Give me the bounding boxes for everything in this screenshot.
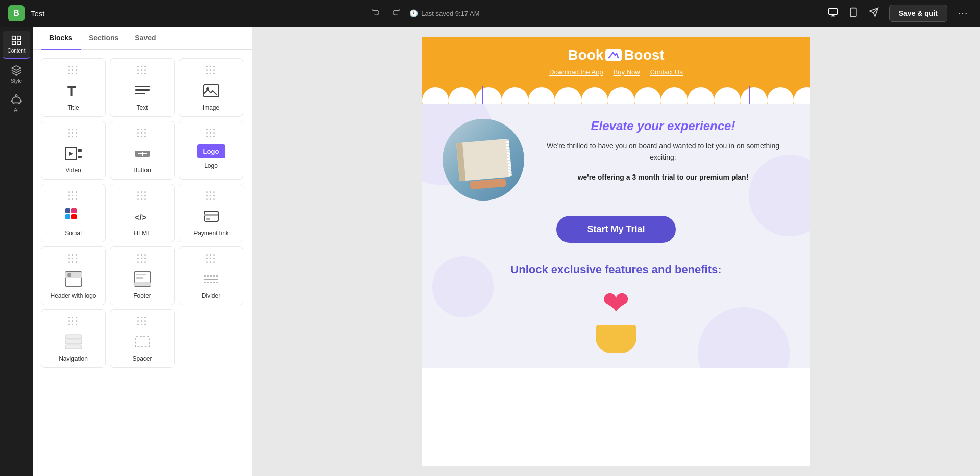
spacer-block-icon xyxy=(133,333,152,351)
header-block-icon xyxy=(64,270,83,288)
icon-sidebar: Content Style AI xyxy=(0,27,33,476)
clock-icon: 🕐 xyxy=(409,9,418,17)
benefits-image: ❤ xyxy=(443,287,790,353)
svg-rect-7 xyxy=(12,36,15,39)
blocks-panel: Blocks Sections Saved T Title xyxy=(33,27,252,476)
block-title[interactable]: T Title xyxy=(41,58,106,117)
sidebar-item-style[interactable]: Style xyxy=(3,61,30,88)
mobile-view-button[interactable] xyxy=(844,4,863,23)
drag-handle xyxy=(206,191,216,201)
block-header-logo-label: Header with logo xyxy=(50,292,96,299)
block-button-label: Button xyxy=(133,167,151,174)
block-button[interactable]: Button xyxy=(110,121,175,180)
drag-handle xyxy=(137,317,147,327)
nav-download-app[interactable]: Download the App xyxy=(549,68,603,76)
block-social[interactable]: Social xyxy=(41,184,106,242)
footer-block-icon xyxy=(133,270,152,288)
block-footer-label: Footer xyxy=(133,292,151,299)
svg-rect-12 xyxy=(135,86,150,87)
block-logo[interactable]: Logo Logo xyxy=(179,121,243,180)
sidebar-item-ai[interactable]: AI xyxy=(3,90,30,117)
tab-blocks[interactable]: Blocks xyxy=(41,27,81,50)
email-nav: Download the App Buy Now Contact Us xyxy=(432,68,800,76)
svg-text:</>: </> xyxy=(135,213,146,222)
svg-marker-18 xyxy=(69,152,74,156)
topbar: B Test 🕐 Last saved 9:17 AM Save & quit … xyxy=(0,0,980,27)
more-options-button[interactable]: ⋯ xyxy=(953,5,972,21)
undo-button[interactable] xyxy=(369,6,384,21)
svg-rect-36 xyxy=(134,282,151,286)
drag-handle xyxy=(137,254,147,264)
svg-rect-9 xyxy=(12,41,15,44)
email-canvas: Book Boost Download the App Buy Now Cont… xyxy=(422,37,810,466)
svg-rect-14 xyxy=(135,93,145,94)
image-block-icon xyxy=(202,82,220,100)
block-footer[interactable]: Footer xyxy=(110,246,175,305)
block-navigation-label: Navigation xyxy=(59,355,88,362)
sidebar-ai-label: AI xyxy=(14,107,18,113)
block-image[interactable]: Image xyxy=(179,58,243,117)
email-headline: Elevate your experience! xyxy=(536,119,790,133)
main-layout: Content Style AI Blocks Sections Saved xyxy=(0,27,980,476)
start-trial-button[interactable]: Start My Trial xyxy=(556,216,675,243)
email-body: Elevate your experience! We're thrilled … xyxy=(422,104,810,368)
block-html-label: HTML xyxy=(134,230,151,237)
email-text-area: Elevate your experience! We're thrilled … xyxy=(536,119,790,183)
block-social-label: Social xyxy=(65,230,82,237)
tab-saved[interactable]: Saved xyxy=(127,27,164,50)
logo-icon-box xyxy=(605,49,622,61)
block-divider-label: Divider xyxy=(202,292,220,299)
app-logo: B xyxy=(8,5,24,21)
sidebar-item-content[interactable]: Content xyxy=(3,31,30,59)
video-block-icon xyxy=(64,144,83,163)
nav-buy-now[interactable]: Buy Now xyxy=(614,68,640,76)
drag-handle xyxy=(206,254,216,264)
block-spacer-label: Spacer xyxy=(132,355,152,362)
social-block-icon xyxy=(64,207,83,226)
block-spacer[interactable]: Spacer xyxy=(110,309,175,368)
drag-handle xyxy=(68,317,78,327)
svg-rect-30 xyxy=(204,214,218,216)
block-navigation[interactable]: Navigation xyxy=(41,309,106,368)
email-header-block[interactable]: Book Boost Download the App Buy Now Cont… xyxy=(422,37,810,86)
email-book-image xyxy=(443,119,524,201)
text-block-icon xyxy=(133,82,152,100)
block-text-label: Text xyxy=(136,104,148,111)
nav-contact-us[interactable]: Contact Us xyxy=(650,68,683,76)
benefits-title: Unlock exclusive features and benefits: xyxy=(443,263,790,277)
html-block-icon: </> xyxy=(133,207,152,226)
redo-button[interactable] xyxy=(388,6,403,21)
svg-rect-43 xyxy=(65,340,82,344)
drag-handle xyxy=(137,66,147,76)
tab-sections[interactable]: Sections xyxy=(81,27,127,50)
send-button[interactable] xyxy=(865,4,883,23)
drag-handle xyxy=(68,129,78,138)
block-video[interactable]: Video xyxy=(41,121,106,180)
block-html[interactable]: </> HTML xyxy=(110,184,175,242)
drag-handle xyxy=(68,66,78,76)
svg-rect-25 xyxy=(71,208,77,213)
save-quit-button[interactable]: Save & quit xyxy=(889,5,947,22)
email-body-text: We're thrilled to have you on board and … xyxy=(536,140,790,163)
svg-rect-0 xyxy=(828,8,837,14)
svg-rect-20 xyxy=(78,156,82,158)
navigation-block-icon xyxy=(64,333,83,351)
desktop-view-button[interactable] xyxy=(824,4,842,23)
block-text[interactable]: Text xyxy=(110,58,175,117)
svg-rect-42 xyxy=(65,335,82,339)
block-payment[interactable]: Payment link xyxy=(179,184,243,242)
svg-rect-45 xyxy=(135,337,150,347)
heart-icon: ❤ xyxy=(602,287,630,319)
block-title-label: Title xyxy=(67,104,79,111)
logo-block-icon: Logo xyxy=(197,144,226,158)
drag-handle xyxy=(68,191,78,201)
svg-rect-19 xyxy=(78,149,82,152)
svg-point-34 xyxy=(67,273,71,277)
block-logo-label: Logo xyxy=(204,162,218,169)
block-divider[interactable]: Divider xyxy=(179,246,243,305)
sidebar-content-label: Content xyxy=(7,48,25,54)
block-header-logo[interactable]: Header with logo xyxy=(41,246,106,305)
blocks-grid: T Title Text xyxy=(33,50,252,376)
drag-handle xyxy=(137,191,147,201)
block-image-label: Image xyxy=(203,104,219,111)
